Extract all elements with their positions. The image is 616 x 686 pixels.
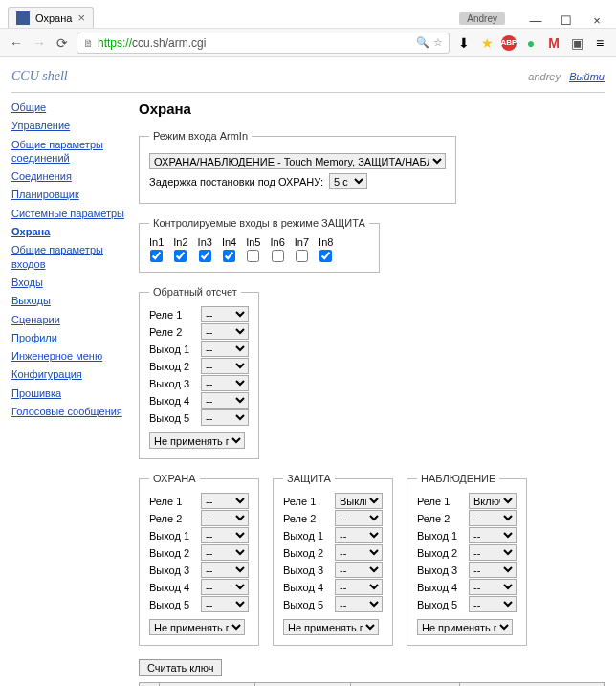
logout-link[interactable]: Выйти — [569, 71, 605, 82]
mode-legend-1: ЗАЩИТА — [283, 473, 335, 484]
close-icon[interactable]: × — [77, 11, 85, 25]
back-button[interactable]: ← — [8, 34, 25, 52]
sidebar-item-3[interactable]: Соединения — [11, 169, 131, 183]
mode1-select-0[interactable]: Выключить — [335, 493, 383, 509]
maximize-button[interactable]: ☐ — [555, 12, 578, 28]
kt-header-0: № — [140, 683, 160, 687]
mode1-select-5[interactable]: -- — [335, 579, 383, 595]
sidebar-item-1[interactable]: Управление — [11, 119, 131, 132]
address-bar[interactable]: 🗎 https://ccu.sh/arm.cgi 🔍 ☆ — [77, 33, 450, 54]
sidebar-item-6[interactable]: Охрана — [11, 225, 131, 238]
controlled-inputs-fieldset: Контролируемые входы в режиме ЗАЩИТА In1… — [139, 217, 380, 273]
countdown-select-0[interactable]: -- — [201, 306, 249, 322]
chrome-user-badge[interactable]: Andrey — [459, 12, 505, 25]
sidebar-item-9[interactable]: Выходы — [11, 294, 131, 307]
sidebar-item-13[interactable]: Конфигурация — [11, 367, 131, 381]
countdown-label-6: Выход 5 — [149, 412, 195, 424]
sidebar-item-5[interactable]: Системные параметры — [11, 207, 131, 220]
mode0-select-3[interactable]: -- — [201, 544, 249, 561]
evernote-icon[interactable]: ● — [522, 34, 539, 52]
star-icon[interactable]: ☆ — [433, 36, 443, 49]
mode-profile-select-1[interactable]: Не применять профиль — [283, 619, 379, 635]
input-checkbox-In3[interactable] — [199, 250, 211, 262]
mode1-select-1[interactable]: -- — [335, 510, 383, 526]
countdown-profile-select[interactable]: Не применять профиль — [149, 432, 245, 449]
mode-fieldset-2: НАБЛЮДЕНИЕРеле 1ВключитьРеле 2--Выход 1-… — [407, 473, 527, 646]
mode-profile-select-0[interactable]: Не применять профиль — [149, 619, 245, 635]
countdown-label-5: Выход 4 — [149, 395, 195, 407]
countdown-select-6[interactable]: -- — [201, 409, 249, 426]
sidebar-item-12[interactable]: Инженерное меню — [11, 349, 131, 363]
mode2-label-1: Реле 2 — [417, 513, 463, 524]
mode-fieldset-1: ЗАЩИТАРеле 1ВыключитьРеле 2--Выход 1--Вы… — [273, 473, 393, 646]
mode1-select-3[interactable]: -- — [335, 544, 383, 561]
input-checkbox-In4[interactable] — [223, 250, 235, 262]
kt-header-2: Имя ключа — [254, 683, 350, 687]
sidebar-item-10[interactable]: Сценарии — [11, 313, 131, 326]
input-checkbox-In1[interactable] — [150, 250, 163, 262]
input-checkbox-In8[interactable] — [319, 250, 332, 262]
sidebar-item-15[interactable]: Голосовые сообщения — [11, 405, 131, 418]
countdown-label-1: Реле 2 — [149, 326, 195, 338]
mode0-select-4[interactable]: -- — [201, 562, 249, 578]
sidebar-item-0[interactable]: Общие — [11, 100, 131, 114]
mode2-select-1[interactable]: -- — [469, 510, 517, 526]
reload-button[interactable]: ⟳ — [54, 34, 71, 52]
extension-icon[interactable]: ▣ — [568, 34, 585, 52]
bookmark-star-icon[interactable]: ★ — [478, 34, 495, 52]
input-checkbox-In5[interactable] — [247, 250, 259, 262]
mode0-label-0: Реле 1 — [149, 496, 195, 507]
mode2-label-6: Выход 5 — [417, 599, 463, 610]
abp-icon[interactable]: ABP — [501, 35, 517, 51]
countdown-select-5[interactable]: -- — [201, 392, 249, 409]
mode1-select-2[interactable]: -- — [335, 527, 383, 543]
mode1-select-6[interactable]: -- — [335, 596, 383, 612]
armin-delay-select[interactable]: 5 с — [329, 173, 367, 189]
input-checkbox-In6[interactable] — [272, 250, 284, 262]
mode0-select-6[interactable]: -- — [201, 596, 249, 612]
sidebar-item-7[interactable]: Общие параметры входов — [11, 243, 131, 271]
mode1-select-4[interactable]: -- — [335, 562, 383, 578]
sidebar-item-11[interactable]: Профили — [11, 331, 131, 344]
browser-tab[interactable]: Охрана × — [8, 7, 94, 28]
gmail-icon[interactable]: M — [545, 34, 562, 52]
pocket-icon[interactable]: ⬇ — [455, 34, 473, 52]
armin-mode-select[interactable]: ОХРАНА/НАБЛЮДЕНИЕ - Touch Memory, ЗАЩИТА… — [149, 153, 446, 169]
countdown-select-1[interactable]: -- — [201, 323, 249, 340]
mode0-select-0[interactable]: -- — [201, 493, 249, 509]
mode2-select-0[interactable]: Включить — [469, 493, 517, 509]
mode1-label-1: Реле 2 — [283, 513, 329, 524]
mode-profile-select-2[interactable]: Не применять профиль — [417, 619, 513, 635]
mode0-select-2[interactable]: -- — [201, 527, 249, 543]
sidebar-item-14[interactable]: Прошивка — [11, 387, 131, 400]
read-key-button[interactable]: Считать ключ — [139, 659, 222, 676]
countdown-label-4: Выход 3 — [149, 378, 195, 389]
sidebar-item-8[interactable]: Входы — [11, 276, 131, 289]
mode2-select-6[interactable]: -- — [469, 596, 517, 612]
sidebar-item-4[interactable]: Планировщик — [11, 188, 131, 201]
page-info-icon[interactable]: 🗎 — [83, 37, 94, 49]
mode0-select-1[interactable]: -- — [201, 510, 249, 526]
input-checkbox-In2[interactable] — [174, 250, 187, 262]
kt-header-1: Код ключа — [159, 683, 254, 687]
mode2-label-5: Выход 4 — [417, 582, 463, 593]
forward-button[interactable]: → — [31, 34, 48, 52]
minimize-button[interactable]: — — [524, 12, 547, 28]
page-title: Охрана — [139, 100, 605, 117]
countdown-select-4[interactable]: -- — [201, 375, 249, 391]
sidebar: ОбщиеУправлениеОбщие параметры соединени… — [11, 100, 131, 686]
input-label-In8: In8 — [319, 236, 333, 248]
input-checkbox-In7[interactable] — [296, 250, 308, 262]
zoom-icon[interactable]: 🔍 — [416, 36, 429, 49]
mode2-select-4[interactable]: -- — [469, 562, 517, 578]
sidebar-item-2[interactable]: Общие параметры соединений — [11, 138, 131, 166]
mode0-select-5[interactable]: -- — [201, 579, 249, 595]
mode2-select-5[interactable]: -- — [469, 579, 517, 595]
mode2-select-2[interactable]: -- — [469, 527, 517, 543]
mode2-select-3[interactable]: -- — [469, 544, 517, 561]
countdown-select-3[interactable]: -- — [201, 358, 249, 374]
close-window-button[interactable]: × — [585, 12, 608, 28]
countdown-label-2: Выход 1 — [149, 343, 195, 355]
countdown-select-2[interactable]: -- — [201, 341, 249, 357]
menu-icon[interactable]: ≡ — [591, 34, 608, 52]
